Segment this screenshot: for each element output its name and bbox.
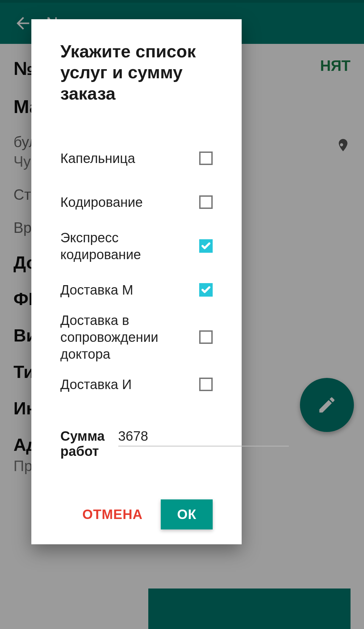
service-label: Доставка М — [60, 281, 191, 298]
service-label: Доставка в сопровождении доктора — [60, 312, 191, 362]
service-item-dostavka-doctor[interactable]: Доставка в сопровождении доктора — [60, 312, 213, 362]
checkbox-unchecked-icon[interactable] — [199, 152, 213, 165]
service-item-express-kodirovanie[interactable]: Экспресс кодирование — [60, 224, 213, 268]
checkbox-unchecked-icon[interactable] — [199, 378, 213, 391]
service-label: Доставка И — [60, 376, 191, 393]
checkbox-checked-icon[interactable] — [199, 239, 213, 253]
service-item-dostavka-m[interactable]: Доставка М — [60, 268, 213, 312]
service-item-dostavka-i[interactable]: Доставка И — [60, 362, 213, 406]
service-label: Экспресс кодирование — [60, 229, 191, 263]
sum-label: Сумма работ — [60, 429, 105, 459]
checkbox-unchecked-icon[interactable] — [199, 330, 213, 344]
modal-title: Укажите список услуг и сумму заказа — [60, 41, 213, 104]
sum-row: Сумма работ — [60, 427, 213, 459]
modal-actions: ОТМЕНА ОК — [60, 499, 213, 529]
service-label: Кодирование — [60, 194, 191, 211]
cancel-button[interactable]: ОТМЕНА — [79, 500, 146, 529]
service-item-kodirovanie[interactable]: Кодирование — [60, 180, 213, 224]
service-list: Капельница Кодирование Экспресс кодирова… — [60, 136, 213, 406]
service-label: Капельница — [60, 150, 191, 167]
services-modal: Укажите список услуг и сумму заказа Капе… — [31, 19, 242, 544]
sum-input[interactable] — [118, 427, 289, 446]
checkbox-checked-icon[interactable] — [199, 283, 213, 297]
ok-button[interactable]: ОК — [161, 499, 213, 529]
checkbox-unchecked-icon[interactable] — [199, 195, 213, 209]
service-item-kapelnitsa[interactable]: Капельница — [60, 136, 213, 180]
